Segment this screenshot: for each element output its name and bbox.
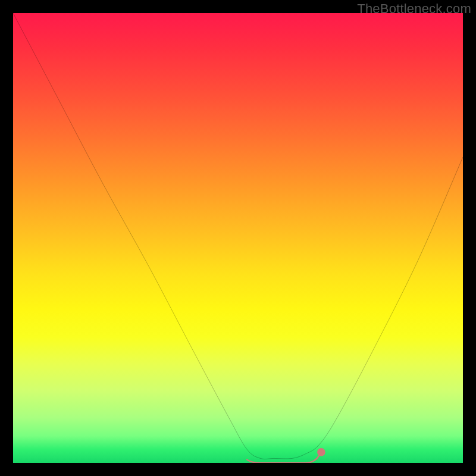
bottleneck-curve [13,13,463,459]
curve-svg [13,13,463,463]
valley-end-dot [317,448,325,456]
brand-watermark: TheBottleneck.com [357,1,471,17]
chart-frame: TheBottleneck.com [0,0,476,476]
valley-highlight [247,456,319,463]
plot-area [13,13,463,463]
